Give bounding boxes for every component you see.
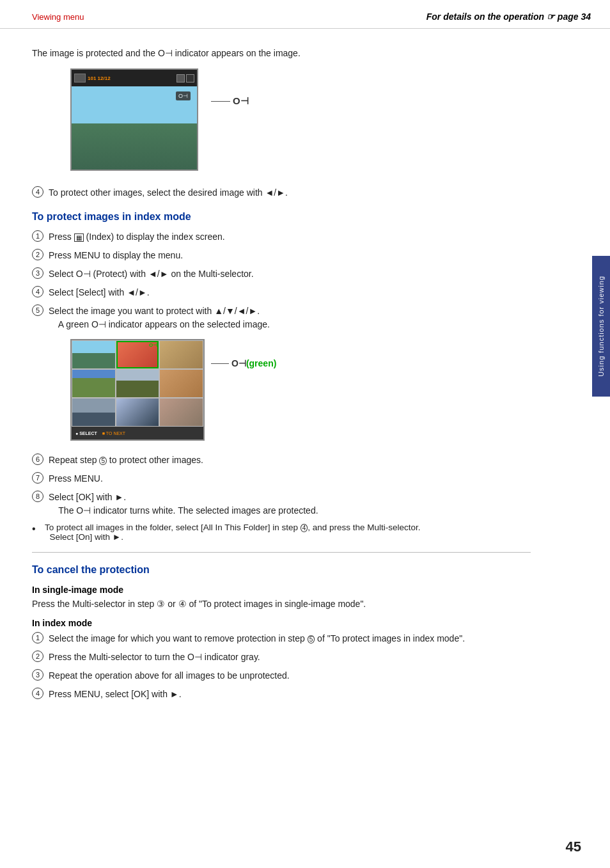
cancel-step-4-text: Press MENU, select [OK] with ►. [49,688,182,701]
cancel-step-num-2: 2 [32,651,43,662]
index-screen: O⊣ ● SELECT ■ TO NEXT [70,339,205,441]
index-step-num-3: 3 [32,267,43,279]
cam-mode-icon [74,74,86,83]
index-cell-6 [159,369,203,398]
bullet-dot: • [32,523,45,542]
index-step-6-text: Repeat step 5 to protect other images. [49,454,203,467]
index-step-1: 1 Press ▦ (Index) to display the index s… [32,230,531,244]
index-icon: ▦ [74,233,84,242]
section-index-title: To protect images in index mode [32,211,531,223]
step4-single: 4 To protect other images, select the de… [32,186,531,200]
cancel-step-4: 4 Press MENU, select [OK] with ►. [32,688,531,701]
index-step-2: 2 Press MENU to display the menu. [32,249,531,262]
index-badge: O⊣(green) [211,358,276,368]
section-cancel-title: To cancel the protection [32,564,531,576]
header-left-label: Viewing menu [32,12,84,22]
cancel-step-3: 3 Repeat the operation above for all ima… [32,669,531,683]
index-cell-4 [72,369,116,398]
step-num-4-single: 4 [32,186,43,198]
index-screen-container: O⊣ ● SELECT ■ TO NEXT O⊣(green) [70,339,531,441]
index-bottom-bar: ● SELECT ■ TO NEXT [72,427,203,439]
index-step-7: 7 Press MENU. [32,472,531,485]
index-cell-7 [72,398,116,427]
cancel-step-num-3: 3 [32,669,43,681]
subsection-index-title: In index mode [32,618,531,628]
index-cell-8 [116,398,160,427]
step-ref-5: 5 [99,457,107,465]
bullet-text: To protect all images in the folder, sel… [45,523,421,542]
camera-screenshot-container: 101 12/12 O⊣ O⊣ [70,68,531,171]
index-step-3-text: Select O⊣ (Protect) with ◄/► on the Mult… [49,267,254,281]
index-step-7-text: Press MENU. [49,472,103,485]
index-step-4: 4 Select [Select] with ◄/►. [32,286,531,299]
index-bottom-next: ■ TO NEXT [102,431,125,436]
index-badge-line [211,363,229,364]
cancel-step-num-1: 1 [32,632,43,643]
index-step-num-7: 7 [32,472,43,484]
cancel-step-num-4: 4 [32,688,43,699]
index-step-num-4: 4 [32,286,43,297]
index-step-8: 8 Select [OK] with ►. The O⊣ indicator t… [32,491,531,517]
main-content: The image is protected and the O⊣ indica… [0,29,563,719]
cam-icon2 [186,74,194,83]
protect-badge: O⊣ [211,95,249,107]
index-badge-label: O⊣(green) [231,358,276,368]
index-step-2-text: Press MENU to display the menu. [49,249,183,262]
index-step-num-5: 5 [32,304,43,316]
cam-protect-overlay: O⊣ [176,91,191,100]
cancel-step-1: 1 Select the image for which you want to… [32,632,531,645]
index-step-num-8: 8 [32,491,43,502]
index-cell-2-selected: O⊣ [116,340,160,369]
camera-top-bar: 101 12/12 [72,70,197,86]
index-step-4-text: Select [Select] with ◄/►. [49,286,150,299]
index-cell-3 [159,340,203,369]
index-step-3: 3 Select O⊣ (Protect) with ◄/► on the Mu… [32,267,531,281]
badge-line [211,101,230,102]
cancel-step-2: 2 Press the Multi-selector to turn the O… [32,651,531,664]
badge-protect-symbol: O⊣ [233,95,249,107]
header-right-label: For details on the operation ☞ page 34 [426,12,591,22]
divider [32,552,531,553]
page-header: Viewing menu For details on the operatio… [0,0,610,29]
step-ref-4: 4 [301,524,308,532]
index-cell-9 [159,398,203,427]
step-ref-5b: 5 [308,635,315,643]
cancel-step-1-text: Select the image for which you want to r… [49,632,465,645]
index-grid: O⊣ [72,340,203,427]
index-step-1-text: Press ▦ (Index) to display the index scr… [49,230,225,244]
cam-counter: 101 12/12 [88,75,111,81]
camera-screen: 101 12/12 O⊣ [70,68,198,171]
index-step-5: 5 Select the image you want to protect w… [32,304,531,331]
subsection-single-title: In single-image mode [32,585,531,595]
step4-single-text: To protect other images, select the desi… [49,186,288,200]
index-step-6: 6 Repeat step 5 to protect other images. [32,454,531,467]
selected-border [116,341,159,368]
cam-image-area: O⊣ [72,86,197,170]
cancel-step-3-text: Repeat the operation above for all image… [49,669,290,683]
index-step-8-text: Select [OK] with ►. The O⊣ indicator tur… [49,491,318,517]
page-number: 45 [566,839,581,855]
index-step-num-6: 6 [32,454,43,465]
bullet-protect-all: • To protect all images in the folder, s… [32,523,531,542]
index-step-num-2: 2 [32,249,43,260]
index-cell-5 [116,369,160,398]
sidebar-tab-text: Using functions for viewing [597,276,605,377]
intro-text: The image is protected and the O⊣ indica… [32,48,531,58]
index-step-num-1: 1 [32,230,43,242]
cam-icon1 [176,74,185,83]
index-step-5-text: Select the image you want to protect wit… [49,304,270,331]
cancel-step-2-text: Press the Multi-selector to turn the O⊣ … [49,651,260,664]
sidebar-tab: Using functions for viewing [592,256,610,397]
index-bottom-select: ● SELECT [75,431,97,436]
index-cell-1 [72,340,116,369]
subsection-single-text: Press the Multi-selector in step ③ or ④ … [32,599,531,609]
